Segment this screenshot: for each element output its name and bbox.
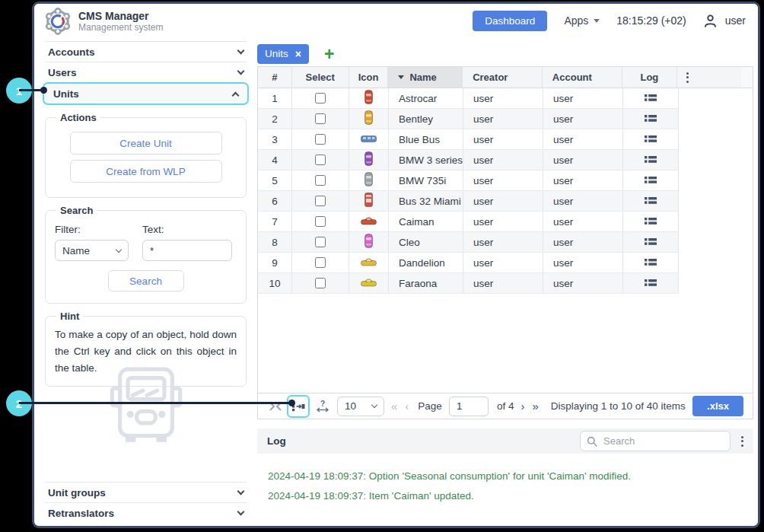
column-header-creator[interactable]: Creator xyxy=(463,67,543,88)
row-log-cell xyxy=(623,191,679,211)
column-header-log[interactable]: Log xyxy=(622,67,678,88)
row-checkbox[interactable] xyxy=(315,216,326,227)
row-number-cell: 2 xyxy=(258,109,292,129)
table-row[interactable]: 2Bentleyuseruser xyxy=(258,109,679,129)
unit-icon xyxy=(364,172,374,189)
table-row[interactable]: 4BMW 3 seriesuseruser xyxy=(258,150,679,170)
log-list-icon xyxy=(645,94,657,102)
search-button[interactable]: Search xyxy=(108,270,184,291)
actions-panel: Actions Create Unit Create from WLP xyxy=(45,112,247,198)
header-corner-cell xyxy=(741,67,753,88)
tab-bar: Units × + xyxy=(257,43,753,64)
row-checkbox[interactable] xyxy=(315,196,326,206)
prev-page-button[interactable]: ‹ xyxy=(405,400,409,413)
row-log-button[interactable] xyxy=(645,257,657,269)
page-count-label: of 4 xyxy=(497,400,514,412)
row-creator-cell: user xyxy=(463,129,543,149)
column-header-label: Icon xyxy=(358,72,379,83)
row-select-cell xyxy=(292,150,349,170)
bus-icon xyxy=(110,366,183,445)
page-size-value: 10 xyxy=(345,400,356,412)
sidebar-item-unit-groups[interactable]: Unit groups xyxy=(45,482,247,502)
close-icon[interactable]: × xyxy=(295,49,301,59)
row-account-cell: user xyxy=(543,150,623,170)
export-xlsx-button[interactable]: .xlsx xyxy=(692,396,743,416)
row-account-cell: user xyxy=(543,232,623,252)
table-row[interactable]: 3Blue Bususeruser xyxy=(258,129,679,150)
sidebar-item-accounts[interactable]: Accounts xyxy=(45,41,247,62)
row-log-button[interactable] xyxy=(645,175,657,186)
page-number-input[interactable] xyxy=(449,397,489,416)
sidebar-item-users[interactable]: Users xyxy=(45,62,247,82)
next-page-button[interactable]: › xyxy=(520,400,525,413)
table-row[interactable]: 1Astrocaruseruser xyxy=(258,88,679,109)
sidebar-item-label: Accounts xyxy=(48,46,95,58)
row-log-button[interactable] xyxy=(645,93,657,104)
apps-menu[interactable]: Apps xyxy=(564,14,600,27)
row-checkbox[interactable] xyxy=(315,113,326,124)
log-menu-button[interactable] xyxy=(741,436,743,447)
log-list-icon xyxy=(645,237,657,246)
tab-units[interactable]: Units × xyxy=(257,44,309,64)
create-unit-button[interactable]: Create Unit xyxy=(70,132,222,155)
table-row[interactable]: 6Bus 32 Miamiuseruser xyxy=(258,191,679,212)
log-search-box[interactable] xyxy=(580,431,731,451)
row-select-cell xyxy=(292,129,349,149)
log-search-input[interactable] xyxy=(602,435,724,448)
filter-select[interactable]: Name xyxy=(55,240,129,261)
table-row[interactable]: 10Faraonauseruser xyxy=(258,273,679,294)
row-log-button[interactable] xyxy=(645,216,657,228)
unit-icon xyxy=(364,234,374,250)
create-from-wlp-button[interactable]: Create from WLP xyxy=(70,160,222,183)
column-menu-button[interactable] xyxy=(677,67,741,88)
row-log-button[interactable] xyxy=(645,155,657,166)
row-log-button[interactable] xyxy=(645,113,657,125)
row-name-cell: Faraona xyxy=(389,273,463,293)
table-row[interactable]: 7Caimanuseruser xyxy=(258,212,679,232)
row-checkbox[interactable] xyxy=(315,257,326,268)
last-page-button[interactable]: » xyxy=(532,400,539,413)
column-header-select[interactable]: Select xyxy=(292,67,349,88)
row-checkbox[interactable] xyxy=(315,155,326,165)
search-text-input[interactable] xyxy=(142,240,232,261)
column-width-help-button[interactable]: ? xyxy=(317,400,329,413)
row-account-cell: user xyxy=(543,191,623,211)
row-account-cell: user xyxy=(543,212,623,231)
row-log-button[interactable] xyxy=(645,134,657,145)
row-checkbox[interactable] xyxy=(315,93,326,104)
row-number-cell: 5 xyxy=(258,170,292,190)
sidebar-item-retranslators[interactable]: Retranslators xyxy=(45,502,247,523)
row-account-cell: user xyxy=(543,129,623,149)
column-header--[interactable]: # xyxy=(258,67,292,88)
row-log-button[interactable] xyxy=(645,237,657,248)
add-tab-button[interactable]: + xyxy=(320,44,339,64)
kebab-menu-icon xyxy=(686,72,689,83)
units-table: #SelectIconNameCreatorAccountLog 1Astroc… xyxy=(257,66,753,419)
row-name-cell: BMW 3 series xyxy=(389,150,463,170)
column-header-label: Creator xyxy=(473,72,508,83)
sidebar-nav: AccountsUsersUnits xyxy=(45,41,247,105)
table-row[interactable]: 8Cleouseruser xyxy=(258,232,679,253)
column-header-icon[interactable]: Icon xyxy=(349,67,389,88)
row-log-cell xyxy=(623,88,679,108)
row-log-button[interactable] xyxy=(645,278,657,289)
user-menu[interactable]: user xyxy=(703,14,746,28)
row-checkbox[interactable] xyxy=(315,175,326,186)
bus-watermark xyxy=(34,366,257,445)
log-list-icon xyxy=(645,155,657,164)
sidebar-item-units[interactable]: Units xyxy=(43,82,249,105)
row-checkbox[interactable] xyxy=(315,237,326,247)
column-header-name[interactable]: Name xyxy=(388,67,463,88)
first-page-button[interactable]: « xyxy=(391,400,398,413)
unit-icon xyxy=(361,216,377,228)
dashboard-button[interactable]: Dashboard xyxy=(473,11,547,31)
column-header-account[interactable]: Account xyxy=(543,67,622,88)
row-icon-cell xyxy=(349,253,389,272)
row-log-button[interactable] xyxy=(645,196,657,207)
row-checkbox[interactable] xyxy=(315,134,326,145)
page-size-select[interactable]: 10 xyxy=(337,397,384,416)
table-row[interactable]: 9Dandelionuseruser xyxy=(258,253,679,273)
table-row[interactable]: 5BMW 735iuseruser xyxy=(258,170,679,191)
row-checkbox[interactable] xyxy=(315,278,326,288)
row-name-cell: Cleo xyxy=(389,232,463,252)
